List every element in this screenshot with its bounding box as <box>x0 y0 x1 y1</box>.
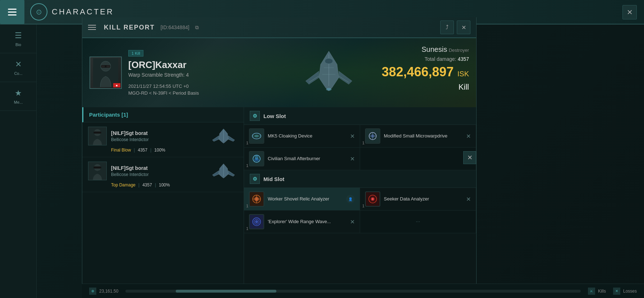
sidebar-item-medals[interactable]: ★ Me... <box>0 82 37 111</box>
slot-item-relic-analyzer[interactable]: 1 Worker Shovel Relic Analyzer 👤 <box>244 188 360 210</box>
stat-label-1: Final Blow <box>111 148 131 153</box>
corp-badge: ■ <box>113 83 120 87</box>
mid-slot-header: ⚙ Mid Slot <box>244 170 476 188</box>
pilot-info: 1 Kill [ORC]Kaxxar Warp Scramble Strengt… <box>128 50 199 96</box>
participant-ship-1: Bellicose Interdictor <box>111 137 205 142</box>
seeker-close-icon[interactable]: ✕ <box>466 196 471 203</box>
header-menu-button[interactable] <box>88 22 100 33</box>
export-button[interactable]: ⤴ <box>440 21 454 34</box>
afterburner-close-icon[interactable]: ✕ <box>350 155 355 162</box>
total-damage-value: 4357 <box>458 56 469 62</box>
slot-item-empty-mid: ⋯ <box>360 211 476 233</box>
slot-item-microwarpdrive[interactable]: 1 Modified Small Microwarpdrive ✕ <box>360 125 476 147</box>
main-content: Participants [1] [NILF]Sgt borat <box>82 107 476 298</box>
close-report-button[interactable]: ✕ <box>457 21 470 34</box>
pilot-name: [ORC]Kaxxar <box>128 59 199 71</box>
header-actions: ⤴ ✕ <box>440 21 470 34</box>
kill-report-header: KILL REPORT [ID:6434884] ⧉ ⤴ ✕ <box>82 17 476 38</box>
explorer-wave-icon <box>249 214 264 229</box>
participant-info-1: [NILF]Sgt borat Bellicose Interdictor <box>111 130 205 142</box>
sidebar-medals-label: Me... <box>14 100 23 104</box>
more-items-indicator: ⋯ <box>365 219 471 224</box>
svg-marker-27 <box>212 171 219 176</box>
stat-pct-2: 100% <box>159 182 170 188</box>
svg-rect-25 <box>93 167 101 169</box>
close-top-button[interactable]: ✕ <box>622 5 637 19</box>
mid-slot-label: Mid Slot <box>263 176 284 182</box>
slot-item-afterburner[interactable]: 1 Civilian Small Afterburner ✕ <box>244 148 360 170</box>
bottom-scrollbar[interactable] <box>125 290 581 293</box>
participant-row-2: [NILF]Sgt borat Bellicose Interdictor <box>88 162 238 180</box>
slot-item-seeker-analyzer[interactable]: 1 Seeker Data Analyzer ✕ <box>360 188 476 210</box>
seeker-analyzer-icon <box>365 191 380 207</box>
participant-item-1[interactable]: [NILF]Sgt borat Bellicose Interdictor <box>82 122 244 157</box>
sidebar-item-bio[interactable]: ☰ Bio <box>0 24 37 53</box>
ship-class: Sunesis <box>422 45 447 53</box>
explorer-close-icon[interactable]: ✕ <box>350 218 355 225</box>
bottom-bar: ⊕ 23,161.50 ⚔ Kills ✕ Losses <box>82 284 644 298</box>
slot-item-empty-low <box>360 148 476 170</box>
menu-button[interactable] <box>0 0 24 24</box>
relic-char-indicator: 👤 <box>346 195 355 203</box>
relic-analyzer-icon <box>249 191 264 207</box>
svg-point-13 <box>325 58 333 64</box>
sidebar-item-combat[interactable]: ✕ Co... <box>0 53 37 82</box>
mid-slot-icon: ⚙ <box>250 174 260 184</box>
svg-marker-28 <box>228 171 235 176</box>
sidebar-combat-label: Co... <box>14 71 22 76</box>
microwarpdrive-close-icon[interactable]: ✕ <box>466 133 471 140</box>
wallet-icon: ⊕ <box>89 288 96 295</box>
side-close-button[interactable]: ✕ <box>463 151 476 164</box>
isk-label: ISK <box>457 70 469 78</box>
participant-item-2[interactable]: [NILF]Sgt borat Bellicose Interdictor <box>82 157 244 192</box>
stat-pct-1: 100% <box>154 148 165 153</box>
cloaking-close-icon[interactable]: ✕ <box>350 133 355 140</box>
svg-marker-8 <box>339 71 352 84</box>
isk-value: 382,466,897 <box>382 64 454 79</box>
slot-item-cloaking[interactable]: 1 MK5 Cloaking Device ✕ <box>244 125 360 147</box>
svg-point-55 <box>255 220 258 223</box>
svg-point-42 <box>255 155 258 160</box>
microwarpdrive-name: Modified Small Microwarpdrive <box>384 133 463 139</box>
kill-hero: ■ 1 Kill [ORC]Kaxxar Warp Scramble Stren… <box>82 38 476 107</box>
kills-stat: ⚔ Kills <box>588 288 606 295</box>
slot-item-explorer-wave[interactable]: 1 'Explorer' Wide Range Wave... ✕ <box>244 211 360 233</box>
kill-report-title: KILL REPORT <box>104 24 155 31</box>
mid-slot-row-2: 1 'Explorer' Wide Range Wave... ✕ <box>244 211 476 233</box>
hamburger-icon <box>8 9 17 15</box>
participant-ship-2: Bellicose Interdictor <box>111 172 205 177</box>
participant-avatar-1 <box>88 127 107 145</box>
pilot-warp: Warp Scramble Strength: 4 <box>128 72 199 78</box>
losses-icon: ✕ <box>613 288 620 295</box>
sidebar-bio-label: Bio <box>15 42 21 47</box>
svg-rect-4 <box>106 66 110 67</box>
svg-marker-7 <box>305 71 319 84</box>
app-title: CHARACTER <box>52 7 114 17</box>
svg-point-9 <box>326 88 332 90</box>
char-logo-icon: ⊙ <box>30 3 47 21</box>
participant-ship-img-2 <box>209 162 238 180</box>
left-sidebar: ☰ Bio ✕ Co... ★ Me... <box>0 24 37 298</box>
participant-avatar-2 <box>88 162 107 180</box>
scrollbar-thumb[interactable] <box>176 290 276 293</box>
participant-info-2: [NILF]Sgt borat Bellicose Interdictor <box>111 165 205 177</box>
seeker-analyzer-name: Seeker Data Analyzer <box>384 196 463 202</box>
svg-rect-3 <box>101 66 105 67</box>
svg-point-51 <box>372 198 373 200</box>
combat-icon: ✕ <box>15 60 22 69</box>
participants-panel: Participants [1] [NILF]Sgt borat <box>82 107 244 298</box>
participant-stats-1: Final Blow | 4357 | 100% <box>88 148 238 153</box>
participant-ship-img-1 <box>209 127 238 145</box>
participant-name-2: [NILF]Sgt borat <box>111 165 205 171</box>
low-slot-row-1: 1 MK5 Cloaking Device ✕ 1 <box>244 125 476 148</box>
participant-row-1: [NILF]Sgt borat Bellicose Interdictor <box>88 127 238 145</box>
cloaking-icon <box>249 128 264 144</box>
copy-icon[interactable]: ⧉ <box>195 24 199 31</box>
ship-container <box>282 42 376 104</box>
stat-label-2: Top Damage <box>111 182 135 188</box>
total-damage-label: Total damage: <box>424 56 456 62</box>
microwarpdrive-icon <box>365 128 380 144</box>
report-id: [ID:6434884] <box>161 24 189 30</box>
kill-stats: Sunesis Destroyer Total damage: 4357 382… <box>382 45 469 92</box>
afterburner-icon <box>249 151 264 166</box>
